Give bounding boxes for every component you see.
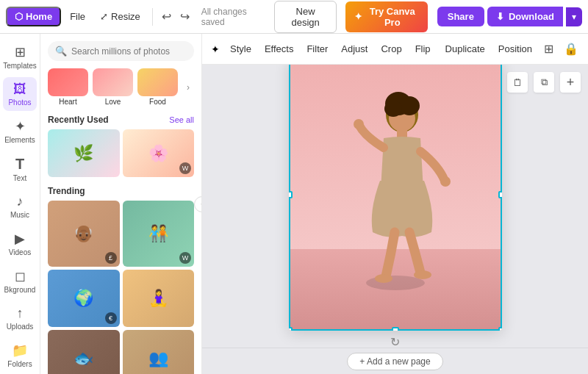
- resize-handle-bl[interactable]: [289, 327, 293, 331]
- trending-grid: 👴🏾 £ 🧑‍🤝‍🧑 W 🌍 € 🧘‍♀️ 🐟: [48, 201, 194, 374]
- elements-icon: ✦: [15, 118, 26, 134]
- download-button[interactable]: ⬇ Download: [487, 7, 563, 26]
- search-input-wrap[interactable]: 🔍: [48, 41, 194, 61]
- sidebar-item-photos[interactable]: 🖼 Photos: [3, 77, 37, 111]
- add-page-icon-button[interactable]: +: [560, 72, 581, 93]
- trending-photo-4[interactable]: 🧘‍♀️: [123, 270, 195, 327]
- resize-button[interactable]: ⤢ Resize: [94, 8, 146, 25]
- sidebar-item-music[interactable]: ♪ Music: [3, 190, 37, 223]
- trending-photo-2[interactable]: 🧑‍🤝‍🧑 W: [123, 201, 195, 267]
- photos-panel: 🔍 Heart Love Food › Recently Used: [40, 34, 202, 374]
- recent-photo-1[interactable]: 🌿: [48, 129, 120, 177]
- sidebar-item-videos[interactable]: ▶ Videos: [3, 226, 37, 261]
- add-page-bar: + Add a new page: [202, 348, 588, 374]
- download-dropdown-button[interactable]: ▾: [566, 7, 582, 26]
- chips-scroll-right[interactable]: ›: [182, 82, 194, 93]
- toolbar: ✦ Style Effects Filter Adjust Crop Flip …: [202, 34, 588, 65]
- resize-handle-ml[interactable]: [289, 191, 293, 198]
- trending-header: Trending: [48, 186, 194, 196]
- style-button[interactable]: Style: [224, 40, 257, 58]
- see-all-button[interactable]: See all: [169, 115, 194, 124]
- add-page-button[interactable]: + Add a new page: [347, 353, 442, 370]
- resize-handle-mr[interactable]: [498, 191, 502, 198]
- search-input[interactable]: [71, 46, 187, 57]
- photos-label: Photos: [8, 98, 31, 107]
- person-svg: [336, 85, 468, 298]
- adjust-button[interactable]: Adjust: [335, 40, 373, 58]
- lock-button[interactable]: 🔒: [559, 38, 583, 60]
- effects-button[interactable]: Effects: [259, 40, 300, 58]
- chip-love-image: [93, 68, 133, 96]
- home-button[interactable]: ⬡ Home: [6, 7, 61, 26]
- refresh-icon[interactable]: ↻: [390, 335, 400, 348]
- flip-button[interactable]: Flip: [409, 40, 437, 58]
- file-button[interactable]: File: [64, 8, 91, 25]
- new-design-button[interactable]: New design: [274, 1, 336, 33]
- crop-button[interactable]: Crop: [375, 40, 407, 58]
- svg-point-7: [440, 176, 451, 187]
- resize-label: Resize: [111, 11, 140, 22]
- redo-button[interactable]: ↪: [177, 7, 193, 26]
- recently-used-grid: 🌿 🌸 W: [48, 129, 194, 177]
- canvas-image: [289, 65, 502, 331]
- add-page-label: + Add a new page: [359, 356, 430, 367]
- position-button[interactable]: Position: [492, 40, 538, 58]
- chip-heart-image: [48, 68, 88, 96]
- canvas-refresh-area: ↻: [386, 331, 404, 348]
- pro-star-icon: ✦: [354, 11, 362, 22]
- saved-indicator: All changes saved: [201, 7, 263, 27]
- grid-button[interactable]: ⊞: [539, 38, 558, 60]
- svg-point-6: [354, 119, 364, 129]
- text-icon: T: [15, 156, 24, 173]
- music-label: Music: [10, 211, 29, 219]
- sidebar-item-templates[interactable]: ⊞ Templates: [3, 40, 37, 74]
- share-button[interactable]: Share: [437, 7, 484, 26]
- sidebar-item-elements[interactable]: ✦ Elements: [3, 114, 37, 148]
- trending-photo-1[interactable]: 👴🏾 £: [48, 201, 120, 267]
- chip-heart[interactable]: Heart: [48, 68, 88, 106]
- canvas-corner-icons: 🗒 ⧉ +: [507, 72, 581, 93]
- chip-love-label: Love: [105, 98, 121, 106]
- trending-photo-6[interactable]: 👥: [123, 330, 195, 374]
- filter-button[interactable]: Filter: [301, 40, 334, 58]
- delete-button[interactable]: 🗑: [584, 39, 588, 60]
- uploads-label: Uploads: [7, 323, 34, 331]
- trending-photo-3[interactable]: 🌍 €: [48, 270, 120, 327]
- notes-button[interactable]: 🗒: [507, 72, 528, 93]
- trending-title: Trending: [48, 186, 85, 196]
- recent-photo-1-image: 🌿: [48, 129, 120, 177]
- videos-label: Videos: [9, 248, 31, 256]
- resize-handle-bm[interactable]: [392, 327, 399, 331]
- recently-used-title: Recently Used: [48, 115, 109, 125]
- resize-handle-br[interactable]: [498, 327, 502, 331]
- undo-button[interactable]: ↩: [159, 7, 174, 26]
- chip-food-label: Food: [149, 98, 166, 106]
- chip-food[interactable]: Food: [137, 68, 178, 106]
- trending-photo-5[interactable]: 🐟: [48, 330, 120, 374]
- text-label: Text: [13, 174, 26, 182]
- svg-point-4: [384, 101, 402, 117]
- recent-photo-2[interactable]: 🌸 W: [123, 129, 195, 177]
- videos-icon: ▶: [15, 231, 25, 247]
- download-icon: ⬇: [496, 11, 504, 22]
- panel-scroll: Recently Used See all 🌿 🌸 W Trending 👴🏾: [40, 112, 201, 374]
- copy-page-button[interactable]: ⧉: [534, 72, 554, 93]
- sidebar-item-uploads[interactable]: ↑ Uploads: [3, 301, 37, 335]
- try-pro-button[interactable]: ✦ Try Canva Pro: [345, 1, 428, 32]
- file-label: File: [70, 11, 85, 22]
- recently-used-header: Recently Used See all: [48, 115, 194, 125]
- svg-point-9: [414, 270, 431, 279]
- background-label: Bkground: [4, 286, 36, 294]
- top-bar: ⬡ Home File ⤢ Resize ↩ ↪ All changes sav…: [0, 0, 588, 34]
- chip-food-image: [137, 68, 178, 96]
- canvas-frame[interactable]: [289, 65, 502, 331]
- right-panel: ✦ Style Effects Filter Adjust Crop Flip …: [202, 34, 588, 374]
- sidebar-item-folders[interactable]: 📁 Folders: [3, 338, 37, 373]
- duplicate-button[interactable]: Duplicate: [440, 40, 491, 58]
- sidebar-item-background[interactable]: ◻ Bkground: [3, 264, 37, 298]
- style-icon: ✦: [211, 43, 220, 55]
- background-icon: ◻: [15, 268, 26, 284]
- svg-point-8: [375, 274, 392, 283]
- chip-love[interactable]: Love: [93, 68, 133, 106]
- sidebar-item-text[interactable]: T Text: [3, 151, 37, 187]
